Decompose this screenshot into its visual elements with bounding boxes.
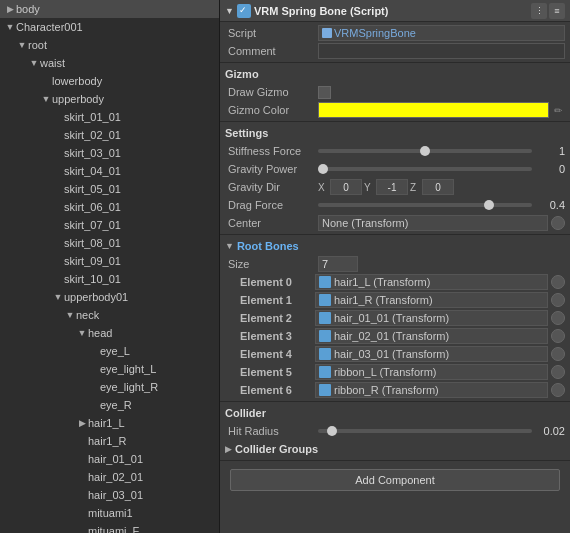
gravity-power-track[interactable] <box>318 167 532 171</box>
gravity-dir-z[interactable] <box>422 179 454 195</box>
element-select-button-5[interactable] <box>551 365 565 379</box>
z-axis-label: Z <box>410 182 420 193</box>
gravity-dir-x[interactable] <box>330 179 362 195</box>
tree-item-lowerbody[interactable]: lowerbody <box>0 72 219 90</box>
component-enabled-checkbox[interactable] <box>237 4 251 18</box>
element-field-5[interactable]: ribbon_L (Transform) <box>315 364 548 380</box>
root-bones-section-header[interactable]: ▼ Root Bones <box>220 237 570 255</box>
element-field-0[interactable]: hair1_L (Transform) <box>315 274 548 290</box>
tree-item-upperbody01[interactable]: ▼upperbody01 <box>0 288 219 306</box>
tree-item-label: hair1_L <box>88 417 125 429</box>
element-field-6[interactable]: ribbon_R (Transform) <box>315 382 548 398</box>
hit-radius-track[interactable] <box>318 429 532 433</box>
tree-item-hair1_L[interactable]: ▶hair1_L <box>0 414 219 432</box>
tree-item-head[interactable]: ▼head <box>0 324 219 342</box>
tree-item-label: head <box>88 327 112 339</box>
element-field-2[interactable]: hair_01_01 (Transform) <box>315 310 548 326</box>
tree-item-hair_03_01[interactable]: hair_03_01 <box>0 486 219 504</box>
drag-force-track[interactable] <box>318 203 532 207</box>
element-select-button-6[interactable] <box>551 383 565 397</box>
tree-item-skirt_07_01[interactable]: skirt_07_01 <box>0 216 219 234</box>
element-field-4[interactable]: hair_03_01 (Transform) <box>315 346 548 362</box>
tree-item-label: skirt_04_01 <box>64 165 121 177</box>
hit-radius-thumb[interactable] <box>327 426 337 436</box>
tree-item-skirt_09_01[interactable]: skirt_09_01 <box>0 252 219 270</box>
drag-force-value: 0.4 <box>535 199 565 211</box>
draw-gizmo-checkbox[interactable] <box>318 86 331 99</box>
center-value: None (Transform) <box>322 217 408 229</box>
tree-item-hair_02_01[interactable]: hair_02_01 <box>0 468 219 486</box>
tree-item-body[interactable]: ▶body <box>0 0 219 18</box>
tree-item-eye_R[interactable]: eye_R <box>0 396 219 414</box>
tree-item-skirt_02_01[interactable]: skirt_02_01 <box>0 126 219 144</box>
tree-item-root[interactable]: ▼root <box>0 36 219 54</box>
settings-section-label: Settings <box>225 127 268 139</box>
collider-section-label: Collider <box>225 407 266 419</box>
settings-section-header: Settings <box>220 124 570 142</box>
tree-item-label: hair_02_01 <box>88 471 143 483</box>
add-component-label: Add Component <box>355 474 435 486</box>
gizmo-color-pencil-icon[interactable]: ✏ <box>551 103 565 117</box>
tree-item-skirt_03_01[interactable]: skirt_03_01 <box>0 144 219 162</box>
tree-arrow: ▼ <box>52 292 64 302</box>
tree-item-eye_light_R[interactable]: eye_light_R <box>0 378 219 396</box>
tree-item-mituami1[interactable]: mituami1 <box>0 504 219 522</box>
gizmo-color-field[interactable] <box>318 102 549 118</box>
element-select-button-3[interactable] <box>551 329 565 343</box>
tree-item-skirt_05_01[interactable]: skirt_05_01 <box>0 180 219 198</box>
element-value-5: ribbon_L (Transform) <box>334 366 437 378</box>
element-select-button-2[interactable] <box>551 311 565 325</box>
tree-item-eye_L[interactable]: eye_L <box>0 342 219 360</box>
element-select-button-1[interactable] <box>551 293 565 307</box>
tree-item-skirt_04_01[interactable]: skirt_04_01 <box>0 162 219 180</box>
tree-item-upperbody[interactable]: ▼upperbody <box>0 90 219 108</box>
element-select-button-0[interactable] <box>551 275 565 289</box>
gravity-power-value: 0 <box>535 163 565 175</box>
component-menu-button[interactable]: ≡ <box>549 3 565 19</box>
tree-item-label: eye_R <box>100 399 132 411</box>
collider-groups-row[interactable]: ▶ Collider Groups <box>220 440 570 458</box>
tree-item-skirt_08_01[interactable]: skirt_08_01 <box>0 234 219 252</box>
tree-item-eye_light_L[interactable]: eye_light_L <box>0 360 219 378</box>
tree-item-character001[interactable]: ▼Character001 <box>0 18 219 36</box>
tree-item-neck[interactable]: ▼neck <box>0 306 219 324</box>
gravity-power-thumb[interactable] <box>318 164 328 174</box>
element-field-3[interactable]: hair_02_01 (Transform) <box>315 328 548 344</box>
component-settings-button[interactable]: ⋮ <box>531 3 547 19</box>
element-obj-icon-4 <box>319 348 331 360</box>
add-component-button[interactable]: Add Component <box>230 469 560 491</box>
tree-item-skirt_06_01[interactable]: skirt_06_01 <box>0 198 219 216</box>
element-obj-icon-3 <box>319 330 331 342</box>
stiffness-force-track[interactable] <box>318 149 532 153</box>
comment-field[interactable] <box>318 43 565 59</box>
element-obj-icon-2 <box>319 312 331 324</box>
tree-item-label: skirt_03_01 <box>64 147 121 159</box>
tree-item-label: neck <box>76 309 99 321</box>
size-value[interactable]: 7 <box>318 256 358 272</box>
script-field[interactable]: VRMSpringBone <box>318 25 565 41</box>
center-select-button[interactable] <box>551 216 565 230</box>
gravity-dir-y[interactable] <box>376 179 408 195</box>
element-field-1[interactable]: hair1_R (Transform) <box>315 292 548 308</box>
tree-item-skirt_10_01[interactable]: skirt_10_01 <box>0 270 219 288</box>
draw-gizmo-row: Draw Gizmo <box>220 83 570 101</box>
tree-item-label: eye_light_L <box>100 363 156 375</box>
tree-item-label: upperbody01 <box>64 291 128 303</box>
tree-item-hair1_R[interactable]: hair1_R <box>0 432 219 450</box>
tree-item-label: body <box>16 3 40 15</box>
stiffness-force-thumb[interactable] <box>420 146 430 156</box>
tree-item-skirt_01_01[interactable]: skirt_01_01 <box>0 108 219 126</box>
drag-force-thumb[interactable] <box>484 200 494 210</box>
script-icon <box>322 28 332 38</box>
tree-item-hair_01_01[interactable]: hair_01_01 <box>0 450 219 468</box>
center-field[interactable]: None (Transform) <box>318 215 548 231</box>
element-select-button-4[interactable] <box>551 347 565 361</box>
gravity-power-row: Gravity Power 0 <box>220 160 570 178</box>
element-value-4: hair_03_01 (Transform) <box>334 348 449 360</box>
tree-item-waist[interactable]: ▼waist <box>0 54 219 72</box>
component-toggle[interactable]: ▼ <box>225 6 237 16</box>
tree-item-label: skirt_02_01 <box>64 129 121 141</box>
hit-radius-row: Hit Radius 0.02 <box>220 422 570 440</box>
tree-arrow: ▼ <box>16 40 28 50</box>
tree-item-mituami_F[interactable]: mituami_F <box>0 522 219 533</box>
